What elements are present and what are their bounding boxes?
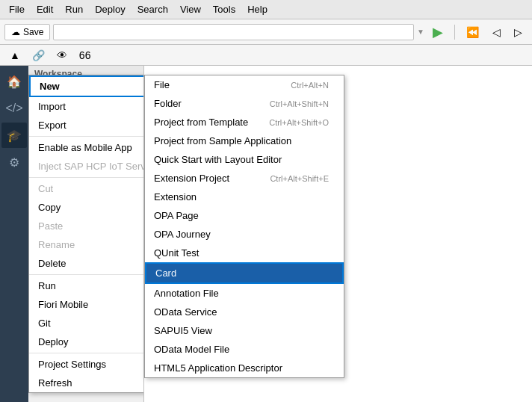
menu-deploy[interactable]: Deploy (89, 1, 131, 17)
sub-folder-label: Folder (154, 98, 182, 109)
nav-forward-button[interactable]: ▷ (509, 23, 528, 41)
settings-icon[interactable]: ⚙ (1, 149, 27, 175)
sep2 (29, 177, 144, 178)
ctx-item-run[interactable]: Run ▶ (29, 276, 144, 295)
menu-search[interactable]: Search (132, 1, 174, 17)
inject-label: Inject SAP HCP IoT Services API Library (38, 161, 144, 172)
ctx-item-copy[interactable]: Copy Ctrl+C (29, 198, 144, 217)
sub-annotation-label: Annotation File (154, 288, 219, 299)
secondary-toolbar: ▲ 🔗 👁 66 (0, 45, 532, 66)
ctx-item-git[interactable]: Git ▶ (29, 314, 144, 333)
sep4 (29, 353, 144, 353)
save-button[interactable]: ☁ Save (4, 24, 50, 40)
submenu-item-sapui5-view[interactable]: SAPUI5 View (145, 321, 344, 340)
submenu-item-folder[interactable]: Folder Ctrl+Alt+Shift+N (145, 94, 344, 113)
menu-run[interactable]: Run (59, 1, 89, 17)
ctx-item-deploy[interactable]: Deploy ▶ (29, 333, 144, 351)
home-icon[interactable]: 🏠 (1, 69, 27, 94)
submenu-item-card[interactable]: Card (145, 262, 344, 284)
export-label: Export (38, 120, 66, 131)
submenu-item-qunit[interactable]: QUnit Test (145, 244, 344, 262)
menu-view[interactable]: View (174, 1, 207, 17)
sub-odata-model-label: OData Model File (154, 344, 229, 355)
ctx-item-import[interactable]: Import ▶ (29, 97, 144, 116)
submenu-item-html5-descriptor[interactable]: HTML5 Application Descriptor (145, 359, 344, 377)
menu-tools[interactable]: Tools (207, 1, 241, 17)
toolbar: ☁ Save ▼ ▶ ⏪ ◁ ▷ (0, 19, 532, 45)
git-label: Git (38, 318, 51, 329)
submenu-item-opa-journey[interactable]: OPA Journey (145, 225, 344, 244)
ctx-item-inject: Inject SAP HCP IoT Services API Library (29, 157, 144, 176)
sidebar-icons: 🏠 </> 🎓 ⚙ (0, 66, 28, 402)
submenu-item-extension[interactable]: Extension (145, 188, 344, 206)
sub-extension-label: Extension (154, 191, 197, 202)
sub-opa-journey-label: OPA Journey (154, 229, 211, 240)
menu-file[interactable]: File (3, 1, 31, 17)
play-button[interactable]: ▶ (427, 21, 448, 43)
menubar: File Edit Run Deploy Search View Tools H… (0, 0, 532, 19)
submenu-item-annotation[interactable]: Annotation File (145, 284, 344, 303)
delete-label: Delete (38, 258, 66, 269)
ctx-item-export[interactable]: Export (29, 116, 144, 134)
save-label: Save (23, 27, 43, 37)
ctx-item-projectsettings[interactable]: Project Settings (29, 355, 144, 374)
projectsettings-label: Project Settings (38, 359, 106, 370)
run-label: Run (38, 280, 56, 291)
fiorimobile-label: Fiori Mobile (38, 299, 88, 310)
sub-ext-project-shortcut: Ctrl+Alt+Shift+E (270, 174, 329, 183)
submenu-item-quickstart[interactable]: Quick Start with Layout Editor (145, 150, 344, 169)
refresh-label: Refresh (38, 377, 72, 389)
ctx-item-mobile[interactable]: Enable as Mobile App (29, 138, 144, 157)
ctx-item-rename: Rename F2 (29, 235, 144, 254)
link-icon[interactable]: 🔗 (27, 46, 50, 64)
copy-label: Copy (38, 202, 61, 213)
cut-label: Cut (38, 183, 53, 194)
menu-edit[interactable]: Edit (31, 1, 59, 17)
sub-project-sample-label: Project from Sample Application (154, 135, 291, 146)
submenu-item-file[interactable]: File Ctrl+Alt+N (145, 75, 344, 94)
submenu-item-opa-page[interactable]: OPA Page (145, 206, 344, 225)
new-label: New (40, 81, 60, 92)
sub-project-template-label: Project from Template (154, 117, 248, 128)
ctx-item-paste: Paste Ctrl+V (29, 217, 144, 235)
submenu-item-odata-model[interactable]: OData Model File (145, 340, 344, 359)
submenu-new: File Ctrl+Alt+N Folder Ctrl+Alt+Shift+N … (144, 75, 344, 378)
sub-opa-page-label: OPA Page (154, 210, 199, 221)
sub-qunit-label: QUnit Test (154, 247, 199, 259)
sub-quickstart-label: Quick Start with Layout Editor (154, 154, 282, 165)
menu-help[interactable]: Help (241, 1, 273, 17)
learn-icon[interactable]: 🎓 (1, 123, 27, 148)
ctx-item-refresh[interactable]: Refresh (29, 374, 144, 392)
submenu-item-project-sample[interactable]: Project from Sample Application (145, 132, 344, 150)
content-area: File Ctrl+Alt+N Folder Ctrl+Alt+Shift+N … (144, 66, 532, 402)
sub-ext-project-label: Extension Project (154, 173, 229, 184)
sub-card-label: Card (155, 268, 176, 279)
file-tree: Workspace 📁 FioriOVP 📄 webapp 📋 .project… (28, 66, 144, 402)
mobile-label: Enable as Mobile App (38, 142, 132, 153)
nav-back-button[interactable]: ◁ (487, 23, 506, 41)
ctx-item-new[interactable]: New ▶ (29, 75, 144, 97)
context-menu-main: New ▶ Import ▶ Export Enable as Mobile A… (28, 75, 144, 393)
sub-file-label: File (154, 79, 170, 90)
sep1 (29, 136, 144, 137)
sep3 (29, 274, 144, 275)
sub-odata-service-label: OData Service (154, 306, 217, 318)
import-label: Import (38, 101, 66, 112)
nav-left2-button[interactable]: ⏪ (461, 23, 484, 41)
ctx-item-cut: Cut Ctrl+X (29, 179, 144, 198)
submenu-item-project-template[interactable]: Project from Template Ctrl+Alt+Shift+O (145, 113, 344, 132)
up-icon[interactable]: ▲ (4, 46, 25, 64)
submenu-item-odata-service[interactable]: OData Service (145, 303, 344, 321)
ctx-item-delete[interactable]: Delete Delete (29, 254, 144, 273)
view-icon[interactable]: 👁 (52, 46, 72, 64)
deploy-label: Deploy (38, 336, 68, 347)
sub-folder-shortcut: Ctrl+Alt+Shift+N (270, 99, 329, 108)
ctx-item-fiorimobile[interactable]: Fiori Mobile ▶ (29, 295, 144, 314)
zoom-level[interactable]: 66 (74, 46, 96, 64)
sub-file-shortcut: Ctrl+Alt+N (291, 81, 329, 90)
rename-label: Rename (38, 239, 75, 250)
sub-sapui5-view-label: SAPUI5 View (154, 325, 212, 336)
submenu-item-extension-project[interactable]: Extension Project Ctrl+Alt+Shift+E (145, 169, 344, 188)
code-icon[interactable]: </> (1, 96, 27, 121)
main-area: 🏠 </> 🎓 ⚙ Workspace 📁 FioriOVP 📄 webapp … (0, 66, 532, 402)
